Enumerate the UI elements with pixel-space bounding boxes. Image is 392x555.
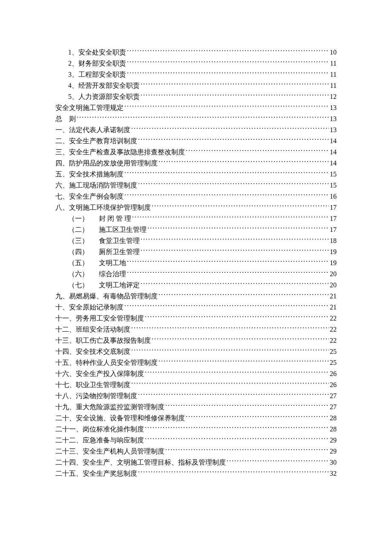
toc-title: 二十二、应急准备与响应制度 xyxy=(55,435,144,446)
toc-title: （七）文明工地评定 xyxy=(68,280,140,291)
toc-prefix: （四） xyxy=(68,246,99,257)
toc-entry: 3、工程部安全职责11 xyxy=(55,69,337,80)
toc-leader-dots xyxy=(159,159,329,165)
toc-title-text: 八、文明施工环境保护管理制度 xyxy=(55,204,151,211)
toc-entry: 四、防护用品的发放使用管理制度14 xyxy=(55,158,337,169)
toc-title-text: 十四、安全技术交底制度 xyxy=(55,348,130,355)
toc-title: 5、人力资源部安全职责 xyxy=(68,91,140,102)
toc-leader-dots xyxy=(141,81,329,88)
toc-title: 八、文明施工环境保护管理制度 xyxy=(55,202,151,213)
toc-entry: 十一、劳务用工安全管理制度22 xyxy=(55,313,337,324)
toc-title: 七、安全生产例会制度 xyxy=(55,191,124,202)
toc-title-text: 二、安全生产教育培训制度 xyxy=(55,137,137,145)
toc-title: 十九、重大危险源监控监测管理制度 xyxy=(55,402,164,413)
toc-entry: 六、施工现场消防管理制度15 xyxy=(55,180,337,191)
toc-title: 一、法定代表人承诺制度 xyxy=(55,124,130,136)
toc-container: 1、安全处安全职责102、财务部安全职责113、工程部安全职责114、经营开发部… xyxy=(55,47,337,479)
toc-title-text: 食堂卫生管理 xyxy=(99,237,140,244)
toc-page-number: 25 xyxy=(330,346,337,357)
toc-entry: （二）施工区卫生管理17 xyxy=(55,224,337,235)
toc-entry: 二十、安全设施、设备管理和维修保养制度28 xyxy=(55,413,337,424)
toc-page-number: 26 xyxy=(330,379,337,390)
toc-title-text: 五、安全技术措施制度 xyxy=(55,171,124,178)
toc-title: （五）文明工地 xyxy=(68,257,126,269)
toc-title-text: 三、安全生产检查及事故隐患排查整改制度 xyxy=(55,148,185,156)
toc-page-number: 11 xyxy=(330,58,337,69)
toc-leader-dots xyxy=(124,303,329,309)
toc-prefix: （七） xyxy=(68,280,99,291)
toc-title-text: 一、法定代表人承诺制度 xyxy=(55,126,130,133)
toc-title: 二、安全生产教育培训制度 xyxy=(55,136,137,147)
toc-leader-dots xyxy=(141,280,329,287)
toc-leader-dots xyxy=(141,236,329,243)
toc-leader-dots xyxy=(124,170,329,176)
toc-title: 九、易燃易爆、有毒物品管理制度 xyxy=(55,291,158,302)
toc-leader-dots xyxy=(127,59,329,66)
toc-page-number: 30 xyxy=(330,457,337,468)
toc-page-number: 32 xyxy=(330,468,337,479)
toc-leader-dots xyxy=(145,369,329,376)
toc-entry: 4、经营开发部安全职责11 xyxy=(55,80,337,91)
toc-page-number: 29 xyxy=(330,446,337,457)
toc-title-text: 4、经营开发部安全职责 xyxy=(68,82,140,89)
toc-leader-dots xyxy=(138,391,329,398)
toc-page-number: 15 xyxy=(330,169,337,180)
toc-title-text: 七、安全生产例会制度 xyxy=(55,193,124,200)
toc-title: 十六、安全生产投入保障制度 xyxy=(55,368,144,379)
toc-entry: 十七、职业卫生管理制度26 xyxy=(55,379,337,390)
toc-leader-dots xyxy=(77,114,329,121)
toc-title: （二）施工区卫生管理 xyxy=(68,224,147,235)
toc-prefix: （六） xyxy=(68,269,99,280)
toc-page-number: 29 xyxy=(330,435,337,446)
toc-leader-dots xyxy=(152,203,329,210)
toc-page-number: 10 xyxy=(330,47,337,58)
toc-title-text: 二十四、安全生产、文明施工管理目标、指标及管理制度 xyxy=(55,459,226,466)
toc-leader-dots xyxy=(165,447,329,454)
toc-title: 二十四、安全生产、文明施工管理目标、指标及管理制度 xyxy=(55,457,226,468)
toc-page-number: 18 xyxy=(330,235,337,246)
toc-leader-dots xyxy=(131,380,329,387)
toc-leader-dots xyxy=(145,314,329,321)
toc-leader-dots xyxy=(141,92,329,99)
toc-title-text: 四、防护用品的发放使用管理制度 xyxy=(55,159,158,167)
toc-title: （三）食堂卫生管理 xyxy=(68,235,140,246)
toc-title: 十四、安全技术交底制度 xyxy=(55,346,130,357)
toc-title-text: 1、安全处安全职责 xyxy=(68,49,126,56)
toc-title: （四）厕所卫生管理 xyxy=(68,246,140,257)
toc-page-number: 17 xyxy=(330,224,337,235)
toc-leader-dots xyxy=(127,258,329,265)
toc-title: 四、防护用品的发放使用管理制度 xyxy=(55,158,158,169)
toc-leader-dots xyxy=(124,192,329,199)
toc-title-text: 十二、班组安全活动制度 xyxy=(55,326,130,333)
toc-page-number: 27 xyxy=(330,402,337,413)
toc-title: 十、安全原始记录制度 xyxy=(55,302,124,313)
toc-title-text: 十三、职工伤亡及事故报告制度 xyxy=(55,337,151,344)
toc-title-text: 5、人力资源部安全职责 xyxy=(68,93,140,100)
toc-title: 十二、班组安全活动制度 xyxy=(55,324,130,335)
toc-title-text: 二十、安全设施、设备管理和维修保养制度 xyxy=(55,414,185,422)
toc-title: 二十三、安全生产机构人员管理制度 xyxy=(55,446,164,457)
toc-title-text: 十五、特种作业人员安全管理制度 xyxy=(55,359,158,366)
toc-entry: （四）厕所卫生管理19 xyxy=(55,246,337,257)
toc-title-text: 六、施工现场消防管理制度 xyxy=(55,182,137,189)
toc-title: 十一、劳务用工安全管理制度 xyxy=(55,313,144,324)
toc-page-number: 28 xyxy=(330,413,337,424)
toc-entry: 三、安全生产检查及事故隐患排查整改制度14 xyxy=(55,147,337,158)
toc-page-number: 25 xyxy=(330,357,337,368)
toc-title-text: 文明工地 xyxy=(99,259,126,266)
toc-page-number: 22 xyxy=(330,324,337,335)
toc-page-number: 13 xyxy=(330,113,337,124)
toc-entry: 九、易燃易爆、有毒物品管理制度21 xyxy=(55,291,337,302)
toc-title-text: 安全文明施工管理规定 xyxy=(55,104,124,111)
toc-leader-dots xyxy=(131,325,329,332)
toc-entry: （三）食堂卫生管理18 xyxy=(55,235,337,246)
toc-title: 六、施工现场消防管理制度 xyxy=(55,180,137,191)
toc-page-number: 19 xyxy=(330,246,337,257)
toc-leader-dots xyxy=(131,347,329,354)
toc-page-number: 22 xyxy=(330,313,337,324)
toc-leader-dots xyxy=(152,336,329,343)
toc-page-number: 12 xyxy=(330,91,337,102)
toc-page-number: 14 xyxy=(330,158,337,169)
toc-leader-dots xyxy=(131,125,329,132)
toc-page-number: 14 xyxy=(330,136,337,147)
